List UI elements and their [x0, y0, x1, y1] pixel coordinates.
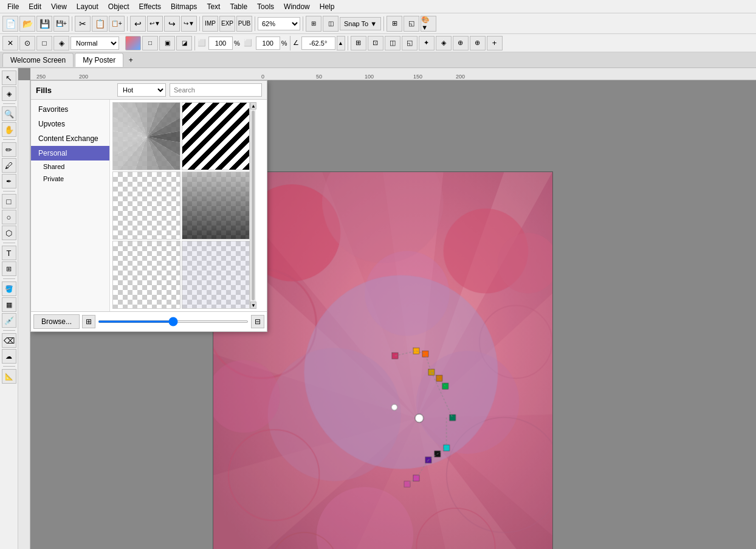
- fill-thumb-4[interactable]: [182, 171, 250, 240]
- tb2-extra9[interactable]: +: [487, 36, 503, 50]
- tb2-extra8[interactable]: ⊕: [470, 36, 486, 50]
- mode-tb-btn3[interactable]: □: [36, 36, 52, 50]
- smear-tool[interactable]: ☁: [2, 349, 16, 364]
- menu-window[interactable]: Window: [279, 1, 315, 12]
- scroll-thumb[interactable]: [252, 111, 255, 300]
- fills-nav-upvotes[interactable]: Upvotes: [31, 117, 109, 131]
- menu-bitmaps[interactable]: Bitmaps: [166, 1, 202, 12]
- fill-indicator[interactable]: [125, 36, 141, 50]
- fills-scrollbar[interactable]: ▲ ▼: [250, 102, 256, 309]
- measure-tool[interactable]: 📐: [2, 369, 16, 384]
- fills-nav-personal[interactable]: Personal: [31, 146, 109, 161]
- blend-mode-select[interactable]: Normal Multiply Screen: [70, 36, 119, 50]
- size-slider[interactable]: [98, 320, 249, 323]
- menu-file[interactable]: File: [2, 1, 24, 12]
- pan-tool[interactable]: ✋: [2, 122, 16, 137]
- freehand-tool[interactable]: ✏: [2, 142, 16, 157]
- menu-view[interactable]: View: [46, 1, 72, 12]
- fill-thumb-5[interactable]: [112, 241, 180, 309]
- node-tool[interactable]: ◈: [2, 86, 16, 101]
- browse-button[interactable]: Browse...: [33, 314, 80, 329]
- fill-thumb-2[interactable]: [182, 102, 250, 170]
- fill-btn2[interactable]: □: [142, 36, 158, 50]
- fills-category-select[interactable]: Hot New Top: [117, 83, 166, 97]
- tab-poster[interactable]: My Poster: [75, 53, 123, 67]
- bezier-tool[interactable]: 🖊: [2, 158, 16, 173]
- mode-tb-btn1[interactable]: ✕: [2, 36, 18, 50]
- fills-title: Fills: [36, 86, 114, 95]
- grid-view-large-button[interactable]: ⊟: [251, 315, 264, 328]
- select-tool[interactable]: ↖: [2, 71, 16, 85]
- fill-thumb-6[interactable]: [182, 241, 250, 309]
- save-as-button[interactable]: 💾+: [53, 16, 69, 32]
- tab-welcome[interactable]: Welcome Screen: [2, 53, 74, 67]
- publish-button[interactable]: PUB: [236, 16, 252, 32]
- zoom-tool[interactable]: 🔍: [2, 106, 16, 121]
- ellipse-tool[interactable]: ○: [2, 210, 16, 224]
- undo-more-button[interactable]: ↩▼: [147, 16, 163, 32]
- paste-button[interactable]: 📋+: [109, 16, 125, 32]
- menu-table[interactable]: Table: [225, 1, 252, 12]
- tb2-extra4[interactable]: ◱: [402, 36, 418, 50]
- fill-btn3[interactable]: ▣: [159, 36, 175, 50]
- scroll-up-arrow[interactable]: ▲: [250, 102, 256, 109]
- rectangle-tool[interactable]: □: [2, 194, 16, 209]
- gradient-tool[interactable]: ▦: [2, 297, 16, 312]
- fills-nav-favorites[interactable]: Favorites: [31, 102, 109, 117]
- grid-view-small-button[interactable]: ⊞: [82, 315, 95, 328]
- new-button[interactable]: 📄: [2, 16, 18, 32]
- mode-tb-btn4[interactable]: ◈: [53, 36, 69, 50]
- opacity-input[interactable]: [208, 36, 233, 50]
- tb2-extra1[interactable]: ⊞: [351, 36, 366, 50]
- view-toggle2[interactable]: ◱: [404, 16, 419, 32]
- save-button[interactable]: 💾: [36, 16, 52, 32]
- mode-tb-btn2[interactable]: ⊙: [19, 36, 35, 50]
- eyedropper-tool[interactable]: 💉: [2, 313, 16, 328]
- zoom-select[interactable]: 62%: [258, 17, 300, 30]
- tab-add-button[interactable]: +: [125, 54, 137, 66]
- menu-object[interactable]: Object: [103, 1, 134, 12]
- fill-thumb-3[interactable]: [112, 171, 180, 240]
- fill-btn4[interactable]: ◪: [176, 36, 192, 50]
- snap2-button[interactable]: ◫: [323, 16, 338, 32]
- tb2-extra3[interactable]: ◫: [385, 36, 400, 50]
- undo-button[interactable]: ↩: [130, 16, 146, 32]
- menu-layout[interactable]: Layout: [72, 1, 103, 12]
- copy-button[interactable]: 📋: [92, 16, 108, 32]
- fills-search-input[interactable]: [170, 83, 262, 97]
- tb2-extra5[interactable]: ✦: [419, 36, 435, 50]
- menu-effects[interactable]: Effects: [134, 1, 166, 12]
- canvas-area[interactable]: 250 200 0 50 100 150 200: [18, 68, 756, 549]
- menu-tools[interactable]: Tools: [252, 1, 279, 12]
- fills-nav-private[interactable]: Private: [31, 173, 109, 185]
- open-button[interactable]: 📂: [19, 16, 35, 32]
- color-mode[interactable]: 🎨▼: [421, 16, 436, 32]
- tb2-extra7[interactable]: ⊕: [453, 36, 469, 50]
- tb2-extra6[interactable]: ◈: [436, 36, 452, 50]
- redo-button[interactable]: ↪: [164, 16, 180, 32]
- menu-help[interactable]: Help: [315, 1, 340, 12]
- polygon-tool[interactable]: ⬡: [2, 226, 16, 240]
- fill-tool[interactable]: 🪣: [2, 281, 16, 296]
- view-toggle1[interactable]: ⊞: [387, 16, 402, 32]
- eraser-tool[interactable]: ⌫: [2, 333, 16, 348]
- table-tool[interactable]: ⊞: [2, 261, 16, 276]
- menu-edit[interactable]: Edit: [24, 1, 46, 12]
- angle-spinner-up[interactable]: ▲: [337, 36, 345, 50]
- scroll-down-arrow[interactable]: ▼: [250, 302, 256, 309]
- fills-nav-shared[interactable]: Shared: [31, 161, 109, 173]
- calligraphy-tool[interactable]: ✒: [2, 174, 16, 188]
- import-button[interactable]: IMP: [202, 16, 218, 32]
- snap-to-button[interactable]: Snap To ▼: [340, 17, 381, 30]
- snap-options-button[interactable]: ⊞: [306, 16, 321, 32]
- fill-opacity-input[interactable]: [256, 36, 280, 50]
- cut-button[interactable]: ✂: [75, 16, 91, 32]
- text-tool[interactable]: T: [2, 246, 16, 260]
- fills-nav-content-exchange[interactable]: Content Exchange: [31, 131, 109, 146]
- fill-thumb-1[interactable]: [112, 102, 180, 170]
- menu-text[interactable]: Text: [202, 1, 225, 12]
- export-button[interactable]: EXP: [219, 16, 235, 32]
- redo-more-button[interactable]: ↪▼: [181, 16, 197, 32]
- tb2-extra2[interactable]: ⊡: [368, 36, 383, 50]
- angle-input[interactable]: [301, 36, 335, 50]
